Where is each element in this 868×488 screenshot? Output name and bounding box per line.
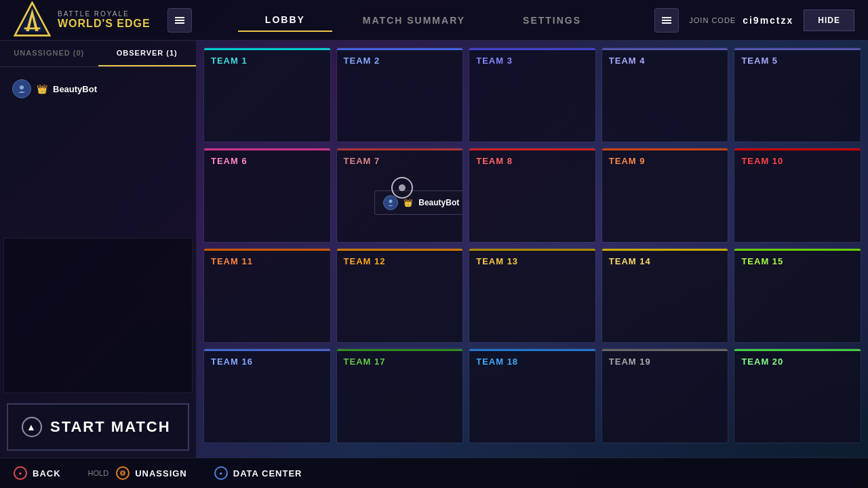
team-20-label: TEAM 20 xyxy=(734,349,861,372)
right-nav-icon[interactable] xyxy=(654,8,679,33)
team-card-13[interactable]: TEAM 13 xyxy=(469,248,596,343)
game-mode-label: BATTLE ROYALE xyxy=(58,10,151,18)
team-14-label: TEAM 14 xyxy=(602,249,728,272)
svg-point-10 xyxy=(389,200,393,203)
team-5-label: TEAM 5 xyxy=(734,48,861,71)
team-11-label: TEAM 11 xyxy=(204,249,330,272)
team-4-label: TEAM 4 xyxy=(602,48,728,71)
sidebar-tab-observer[interactable]: OBSERVER (1) xyxy=(98,41,197,66)
team-13-label: TEAM 13 xyxy=(469,249,595,272)
tab-match-summary[interactable]: MATCH SUMMARY xyxy=(336,9,492,32)
hold-label: HOLD xyxy=(88,469,109,477)
team-card-4[interactable]: TEAM 4 xyxy=(601,47,729,142)
left-nav-icon[interactable] xyxy=(167,8,192,33)
nav-tabs: LOBBY MATCH SUMMARY SETTINGS xyxy=(202,9,645,32)
sidebar-empty-space xyxy=(3,238,193,393)
team-card-1[interactable]: TEAM 1 xyxy=(203,47,331,142)
team-card-2[interactable]: TEAM 2 xyxy=(336,47,464,142)
team-card-15[interactable]: TEAM 15 xyxy=(734,248,861,343)
player-name-beautybot: BeautyBot xyxy=(53,84,97,94)
team-card-7[interactable]: TEAM 7 👑 BeautyBot xyxy=(336,148,464,243)
team-card-14[interactable]: TEAM 14 xyxy=(601,248,729,343)
team-card-18[interactable]: TEAM 18 xyxy=(469,348,596,443)
team-12-label: TEAM 12 xyxy=(337,249,463,272)
start-match-button[interactable]: ▲ START MATCH xyxy=(7,403,189,451)
drag-indicator xyxy=(399,184,406,191)
sidebar-tab-unassigned[interactable]: UNASSIGNED (0) xyxy=(0,41,98,66)
data-center-button-icon: ● xyxy=(214,466,228,480)
svg-point-9 xyxy=(20,85,24,89)
svg-rect-8 xyxy=(662,22,671,24)
drag-tooltip: 👑 BeautyBot xyxy=(374,190,463,215)
team-2-label: TEAM 2 xyxy=(337,48,463,71)
tooltip-crown: 👑 xyxy=(403,199,413,207)
unassign-label: Unassign xyxy=(135,468,187,479)
team-card-16[interactable]: TEAM 16 xyxy=(203,348,331,443)
team-card-10[interactable]: TEAM 10 xyxy=(734,148,861,243)
back-action[interactable]: ● Back xyxy=(14,466,61,480)
svg-rect-2 xyxy=(24,28,41,30)
apex-logo-container: BATTLE ROYALE WORLD'S EDGE xyxy=(14,1,151,39)
tab-settings[interactable]: SETTINGS xyxy=(496,9,608,32)
player-avatar-beautybot xyxy=(12,79,31,98)
sidebar-tabs: UNASSIGNED (0) OBSERVER (1) xyxy=(0,41,196,67)
svg-rect-3 xyxy=(175,17,184,18)
team-16-label: TEAM 16 xyxy=(204,349,330,372)
team-9-label: TEAM 9 xyxy=(602,148,728,171)
team-18-label: TEAM 18 xyxy=(469,349,595,372)
unassign-button-icon xyxy=(116,466,130,480)
team-card-6[interactable]: TEAM 6 xyxy=(203,148,331,243)
team-6-label: TEAM 6 xyxy=(204,148,330,171)
apex-logo xyxy=(14,1,51,39)
game-title: BATTLE ROYALE WORLD'S EDGE xyxy=(58,10,151,30)
data-center-action[interactable]: ● Data Center xyxy=(214,466,302,480)
team-card-11[interactable]: TEAM 11 xyxy=(203,248,331,343)
svg-rect-6 xyxy=(662,17,671,18)
svg-rect-4 xyxy=(175,20,184,21)
team-10-label: TEAM 10 xyxy=(734,148,861,171)
triangle-icon: ▲ xyxy=(22,417,42,437)
tooltip-player-name: BeautyBot xyxy=(418,198,459,207)
back-label: Back xyxy=(33,468,61,479)
tooltip-avatar xyxy=(383,195,398,210)
tab-lobby[interactable]: LOBBY xyxy=(238,9,332,32)
team-1-label: TEAM 1 xyxy=(204,48,330,71)
cursor-circle xyxy=(391,177,413,199)
team-15-label: TEAM 15 xyxy=(734,249,861,272)
map-name-label: WORLD'S EDGE xyxy=(58,18,151,30)
join-code-section: JOIN CODE ci9mctzx xyxy=(689,15,793,26)
teams-grid: TEAM 1 TEAM 2 TEAM 3 xyxy=(203,47,861,443)
team-card-3[interactable]: TEAM 3 xyxy=(469,47,596,142)
unassign-action[interactable]: HOLD Unassign xyxy=(88,466,187,480)
teams-grid-area: TEAM 1 TEAM 2 TEAM 3 xyxy=(197,41,868,458)
hide-button[interactable]: HIDE xyxy=(804,9,854,31)
team-7-label: TEAM 7 xyxy=(337,148,463,171)
team-17-label: TEAM 17 xyxy=(337,349,463,372)
top-navigation: BATTLE ROYALE WORLD'S EDGE LOBBY MATCH S… xyxy=(0,0,868,41)
team-card-8[interactable]: TEAM 8 xyxy=(469,148,596,243)
team-card-9[interactable]: TEAM 9 xyxy=(601,148,729,243)
team-card-20[interactable]: TEAM 20 xyxy=(734,348,861,443)
team-card-17[interactable]: TEAM 17 xyxy=(336,348,464,443)
content-area: UNASSIGNED (0) OBSERVER (1) 👑 BeautyBot xyxy=(0,41,868,458)
crown-icon-beautybot: 👑 xyxy=(37,84,47,94)
sidebar-content: 👑 BeautyBot xyxy=(0,67,196,235)
team-8-label: TEAM 8 xyxy=(469,148,595,171)
svg-rect-7 xyxy=(662,20,671,21)
team-3-label: TEAM 3 xyxy=(469,48,595,71)
back-button-icon: ● xyxy=(14,466,27,480)
join-code-label: JOIN CODE xyxy=(689,16,736,24)
team-card-19[interactable]: TEAM 19 xyxy=(601,348,729,443)
player-item-beautybot[interactable]: 👑 BeautyBot xyxy=(7,74,189,104)
join-code-value: ci9mctzx xyxy=(743,15,793,26)
team-card-5[interactable]: TEAM 5 xyxy=(734,47,861,142)
start-match-label: START MATCH xyxy=(50,418,171,436)
bottom-bar: ● Back HOLD Unassign ● Data Center xyxy=(0,458,868,488)
data-center-label: Data Center xyxy=(233,468,302,479)
team-card-12[interactable]: TEAM 12 xyxy=(336,248,464,343)
sidebar: UNASSIGNED (0) OBSERVER (1) 👑 BeautyBot xyxy=(0,41,197,458)
team-19-label: TEAM 19 xyxy=(602,349,728,372)
svg-rect-5 xyxy=(175,22,184,24)
